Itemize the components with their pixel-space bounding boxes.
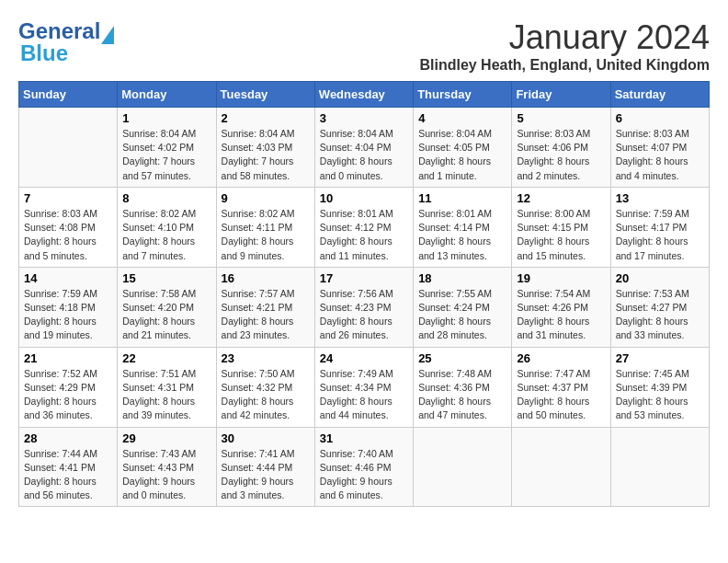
calendar-cell: 30Sunrise: 7:41 AM Sunset: 4:44 PM Dayli… <box>216 427 314 507</box>
day-number: 25 <box>418 351 506 365</box>
day-number: 10 <box>320 191 408 205</box>
page-header: General Blue January 2024 Blindley Heath… <box>18 18 710 74</box>
logo-blue: Blue <box>20 40 68 66</box>
calendar-cell: 1Sunrise: 8:04 AM Sunset: 4:02 PM Daylig… <box>118 108 216 188</box>
calendar-cell: 28Sunrise: 7:44 AM Sunset: 4:41 PM Dayli… <box>19 427 118 507</box>
calendar-body: 1Sunrise: 8:04 AM Sunset: 4:02 PM Daylig… <box>19 108 710 507</box>
day-info: Sunrise: 7:48 AM Sunset: 4:36 PM Dayligh… <box>418 367 506 423</box>
calendar-cell: 2Sunrise: 8:04 AM Sunset: 4:03 PM Daylig… <box>216 108 314 188</box>
week-row-3: 14Sunrise: 7:59 AM Sunset: 4:18 PM Dayli… <box>19 267 710 347</box>
calendar-cell: 15Sunrise: 7:58 AM Sunset: 4:20 PM Dayli… <box>118 267 216 347</box>
calendar-cell: 26Sunrise: 7:47 AM Sunset: 4:37 PM Dayli… <box>512 347 610 427</box>
calendar-cell: 23Sunrise: 7:50 AM Sunset: 4:32 PM Dayli… <box>216 347 314 427</box>
day-number: 20 <box>616 271 704 285</box>
day-info: Sunrise: 8:00 AM Sunset: 4:15 PM Dayligh… <box>517 207 605 263</box>
day-number: 14 <box>24 271 112 285</box>
calendar-cell: 18Sunrise: 7:55 AM Sunset: 4:24 PM Dayli… <box>414 267 512 347</box>
calendar-cell: 11Sunrise: 8:01 AM Sunset: 4:14 PM Dayli… <box>414 187 512 267</box>
calendar-cell: 20Sunrise: 7:53 AM Sunset: 4:27 PM Dayli… <box>610 267 709 347</box>
week-row-4: 21Sunrise: 7:52 AM Sunset: 4:29 PM Dayli… <box>19 347 710 427</box>
week-row-5: 28Sunrise: 7:44 AM Sunset: 4:41 PM Dayli… <box>19 427 710 507</box>
calendar-cell: 4Sunrise: 8:04 AM Sunset: 4:05 PM Daylig… <box>414 108 512 188</box>
day-info: Sunrise: 8:04 AM Sunset: 4:05 PM Dayligh… <box>418 127 506 183</box>
day-info: Sunrise: 8:02 AM Sunset: 4:11 PM Dayligh… <box>222 207 310 263</box>
calendar-cell: 31Sunrise: 7:40 AM Sunset: 4:46 PM Dayli… <box>314 427 413 507</box>
day-info: Sunrise: 8:04 AM Sunset: 4:02 PM Dayligh… <box>122 127 210 183</box>
day-number: 26 <box>517 351 605 365</box>
calendar-cell: 3Sunrise: 8:04 AM Sunset: 4:04 PM Daylig… <box>314 108 413 188</box>
day-number: 2 <box>222 111 310 125</box>
day-info: Sunrise: 8:03 AM Sunset: 4:08 PM Dayligh… <box>24 207 112 263</box>
calendar-cell: 13Sunrise: 7:59 AM Sunset: 4:17 PM Dayli… <box>610 187 709 267</box>
day-info: Sunrise: 7:59 AM Sunset: 4:18 PM Dayligh… <box>24 287 112 343</box>
day-info: Sunrise: 7:53 AM Sunset: 4:27 PM Dayligh… <box>616 287 704 343</box>
day-header-monday: Monday <box>118 82 216 108</box>
day-number: 12 <box>517 191 605 205</box>
day-info: Sunrise: 7:57 AM Sunset: 4:21 PM Dayligh… <box>222 287 310 343</box>
calendar-cell: 10Sunrise: 8:01 AM Sunset: 4:12 PM Dayli… <box>314 187 413 267</box>
day-number: 21 <box>24 351 112 365</box>
day-number: 9 <box>222 191 310 205</box>
calendar-cell <box>19 108 118 188</box>
day-info: Sunrise: 7:59 AM Sunset: 4:17 PM Dayligh… <box>616 207 704 263</box>
day-info: Sunrise: 8:01 AM Sunset: 4:12 PM Dayligh… <box>320 207 408 263</box>
calendar-cell: 6Sunrise: 8:03 AM Sunset: 4:07 PM Daylig… <box>610 108 709 188</box>
day-number: 5 <box>517 111 605 125</box>
day-info: Sunrise: 8:04 AM Sunset: 4:04 PM Dayligh… <box>320 127 408 183</box>
calendar-cell: 22Sunrise: 7:51 AM Sunset: 4:31 PM Dayli… <box>118 347 216 427</box>
calendar-cell: 27Sunrise: 7:45 AM Sunset: 4:39 PM Dayli… <box>610 347 709 427</box>
day-number: 1 <box>122 111 210 125</box>
day-info: Sunrise: 7:44 AM Sunset: 4:41 PM Dayligh… <box>24 447 112 503</box>
day-header-friday: Friday <box>512 82 610 108</box>
day-number: 13 <box>616 191 704 205</box>
day-number: 18 <box>418 271 506 285</box>
logo: General Blue <box>18 18 114 66</box>
day-info: Sunrise: 7:40 AM Sunset: 4:46 PM Dayligh… <box>320 447 408 503</box>
location-subtitle: Blindley Heath, England, United Kingdom <box>419 57 710 74</box>
day-number: 23 <box>222 351 310 365</box>
calendar-cell: 29Sunrise: 7:43 AM Sunset: 4:43 PM Dayli… <box>118 427 216 507</box>
calendar-cell <box>512 427 610 507</box>
day-number: 7 <box>24 191 112 205</box>
calendar-cell: 12Sunrise: 8:00 AM Sunset: 4:15 PM Dayli… <box>512 187 610 267</box>
calendar-cell: 8Sunrise: 8:02 AM Sunset: 4:10 PM Daylig… <box>118 187 216 267</box>
day-info: Sunrise: 7:56 AM Sunset: 4:23 PM Dayligh… <box>320 287 408 343</box>
day-info: Sunrise: 8:04 AM Sunset: 4:03 PM Dayligh… <box>222 127 310 183</box>
calendar-cell: 5Sunrise: 8:03 AM Sunset: 4:06 PM Daylig… <box>512 108 610 188</box>
calendar-table: SundayMondayTuesdayWednesdayThursdayFrid… <box>18 81 710 507</box>
calendar-cell: 21Sunrise: 7:52 AM Sunset: 4:29 PM Dayli… <box>19 347 118 427</box>
day-number: 4 <box>418 111 506 125</box>
day-header-thursday: Thursday <box>414 82 512 108</box>
day-number: 16 <box>222 271 310 285</box>
day-number: 27 <box>616 351 704 365</box>
day-number: 19 <box>517 271 605 285</box>
calendar-cell <box>610 427 709 507</box>
day-number: 24 <box>320 351 408 365</box>
day-info: Sunrise: 8:03 AM Sunset: 4:07 PM Dayligh… <box>616 127 704 183</box>
month-title: January 2024 <box>419 18 710 57</box>
day-number: 6 <box>616 111 704 125</box>
day-number: 11 <box>418 191 506 205</box>
calendar-cell: 7Sunrise: 8:03 AM Sunset: 4:08 PM Daylig… <box>19 187 118 267</box>
day-info: Sunrise: 7:45 AM Sunset: 4:39 PM Dayligh… <box>616 367 704 423</box>
day-info: Sunrise: 7:54 AM Sunset: 4:26 PM Dayligh… <box>517 287 605 343</box>
calendar-header-row: SundayMondayTuesdayWednesdayThursdayFrid… <box>19 82 710 108</box>
day-info: Sunrise: 7:51 AM Sunset: 4:31 PM Dayligh… <box>122 367 210 423</box>
day-info: Sunrise: 7:49 AM Sunset: 4:34 PM Dayligh… <box>320 367 408 423</box>
day-header-tuesday: Tuesday <box>216 82 314 108</box>
day-number: 29 <box>122 431 210 445</box>
calendar-cell: 25Sunrise: 7:48 AM Sunset: 4:36 PM Dayli… <box>414 347 512 427</box>
day-number: 17 <box>320 271 408 285</box>
week-row-2: 7Sunrise: 8:03 AM Sunset: 4:08 PM Daylig… <box>19 187 710 267</box>
day-info: Sunrise: 8:02 AM Sunset: 4:10 PM Dayligh… <box>122 207 210 263</box>
day-header-sunday: Sunday <box>19 82 118 108</box>
day-number: 28 <box>24 431 112 445</box>
day-info: Sunrise: 8:01 AM Sunset: 4:14 PM Dayligh… <box>418 207 506 263</box>
title-section: January 2024 Blindley Heath, England, Un… <box>419 18 710 74</box>
day-info: Sunrise: 7:47 AM Sunset: 4:37 PM Dayligh… <box>517 367 605 423</box>
day-number: 31 <box>320 431 408 445</box>
day-number: 8 <box>122 191 210 205</box>
day-number: 22 <box>122 351 210 365</box>
calendar-cell: 14Sunrise: 7:59 AM Sunset: 4:18 PM Dayli… <box>19 267 118 347</box>
day-number: 3 <box>320 111 408 125</box>
